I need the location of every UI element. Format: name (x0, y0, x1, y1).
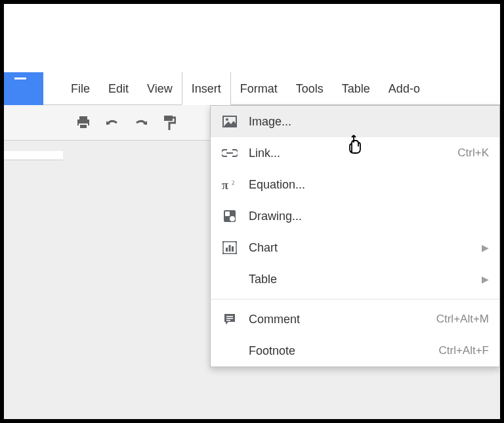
svg-point-12 (222, 241, 224, 243)
comment-icon (221, 313, 238, 326)
svg-rect-3 (164, 116, 173, 121)
chart-icon (221, 241, 238, 254)
menu-item-link[interactable]: Link... Ctrl+K (211, 137, 499, 169)
menu-item-shortcut: Ctrl+K (457, 146, 489, 160)
menu-item-label: Chart (249, 241, 278, 255)
ruler (4, 151, 63, 160)
chevron-right-icon: ▶ (482, 274, 489, 284)
menu-format[interactable]: Format (231, 72, 287, 105)
menu-item-label: Comment (249, 313, 300, 326)
menu-table[interactable]: Table (333, 72, 379, 105)
drawing-icon (221, 210, 238, 223)
svg-point-5 (226, 118, 228, 121)
paint-format-icon[interactable] (163, 115, 176, 131)
menu-insert[interactable]: Insert (182, 72, 231, 105)
svg-rect-16 (226, 248, 228, 252)
app-logo (4, 72, 43, 105)
menu-edit[interactable]: Edit (99, 72, 138, 105)
menu-item-shortcut: Ctrl+Alt+F (438, 344, 489, 357)
menu-view[interactable]: View (138, 72, 182, 105)
menu-item-comment[interactable]: Comment Ctrl+Alt+M (211, 303, 499, 335)
svg-rect-21 (226, 320, 230, 321)
menu-item-label: Footnote (249, 344, 295, 358)
svg-point-15 (236, 253, 238, 255)
svg-text:2: 2 (232, 179, 235, 186)
link-icon (221, 149, 238, 157)
svg-rect-9 (225, 212, 230, 216)
print-icon[interactable] (76, 116, 91, 129)
menu-tools[interactable]: Tools (287, 72, 333, 105)
svg-rect-20 (226, 318, 233, 319)
svg-rect-19 (226, 316, 233, 317)
svg-rect-17 (229, 245, 231, 252)
svg-rect-18 (232, 246, 234, 252)
svg-text:π: π (222, 179, 228, 190)
svg-point-13 (236, 241, 238, 243)
menu-separator (211, 299, 499, 300)
undo-icon[interactable] (105, 118, 119, 128)
menu-item-shortcut: Ctrl+Alt+M (436, 313, 489, 326)
svg-point-14 (222, 253, 224, 255)
menu-item-label: Image... (249, 115, 291, 129)
insert-dropdown: Image... Link... Ctrl+K π2 Equation... D… (210, 105, 500, 367)
equation-icon: π2 (221, 179, 238, 190)
menu-item-label: Link... (249, 146, 280, 160)
menubar: File Edit View Insert Format Tools Table… (4, 72, 500, 105)
svg-rect-2 (79, 124, 87, 129)
menu-addons[interactable]: Add-o (379, 72, 429, 105)
svg-point-10 (230, 216, 235, 221)
menu-item-footnote[interactable]: Footnote Ctrl+Alt+F (211, 335, 499, 367)
image-icon (221, 116, 238, 127)
svg-rect-0 (79, 116, 87, 120)
chevron-right-icon: ▶ (482, 242, 489, 253)
menu-item-label: Equation... (249, 178, 305, 192)
menu-item-label: Table (249, 273, 277, 286)
menu-item-image[interactable]: Image... (211, 106, 499, 137)
menu-item-drawing[interactable]: Drawing... (211, 200, 499, 232)
menu-item-equation[interactable]: π2 Equation... (211, 169, 499, 200)
menu-item-table[interactable]: Table ▶ (211, 263, 499, 295)
redo-icon[interactable] (134, 118, 148, 128)
menu-file[interactable]: File (62, 72, 99, 105)
menu-item-chart[interactable]: Chart ▶ (211, 232, 499, 263)
menu-item-label: Drawing... (249, 210, 302, 223)
